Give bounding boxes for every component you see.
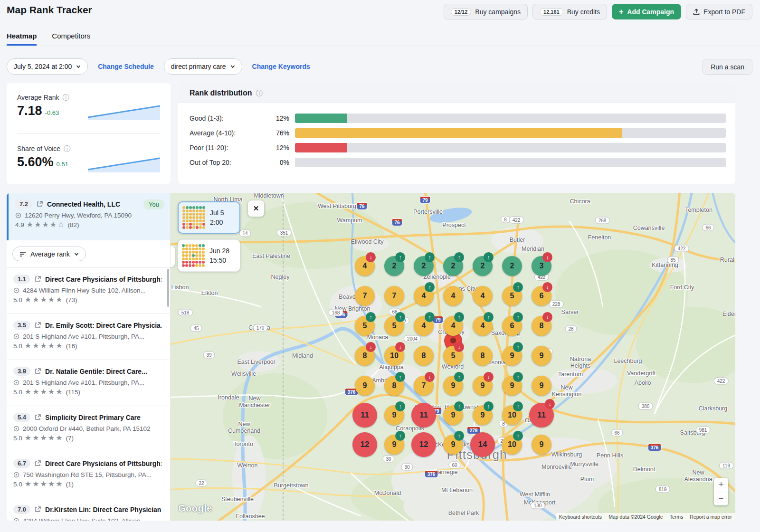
tab-heatmap[interactable]: Heatmap [7,32,37,46]
rank-bubble[interactable]: 6↓ [532,286,551,306]
rank-bubble[interactable]: 7↓ [414,376,434,396]
heat-dot [182,223,185,226]
list-item[interactable]: 5.4Simplicity Direct Primary Care2000 Ox… [7,406,170,452]
attribution-item[interactable]: Terms [666,513,687,521]
rank-up-badge: ↑ [395,401,405,411]
rank-bubble[interactable]: 2↑ [473,256,493,276]
rank-bubble[interactable]: 9↓ [473,376,493,396]
list-scrollbar[interactable] [167,269,169,307]
rank-bubble[interactable]: 6↑ [502,316,522,336]
rank-bubble[interactable]: 11 [411,403,436,428]
sort-dropdown[interactable]: Average rank [12,247,86,261]
rank-bubble[interactable]: 10↑ [502,435,522,455]
rank-bubble[interactable]: 4 [473,286,493,306]
run-scan-button[interactable]: Run a scan [703,59,752,75]
map[interactable]: North LimaMiddletownWest PittsburghPorte… [171,193,735,521]
rank-bubble[interactable]: 12 [411,432,436,457]
rank-bubble[interactable]: 8 [473,346,493,366]
rank-bubble[interactable]: 9 [355,376,375,396]
list-item[interactable]: 6.7Direct Care Physicians of Pittsburgh:… [7,452,170,498]
attribution-item[interactable]: Map data ©2024 Google [605,513,666,521]
business-name: Direct Care Physicians of Pittsburgh:... [45,460,162,467]
external-link-icon[interactable] [34,506,41,513]
info-icon[interactable]: ⓘ [256,90,263,96]
list-item[interactable]: 7.0Dr.Kirsten Lin: Direct Care Physician… [7,498,170,521]
keyword-dropdown[interactable]: direct primary care [164,58,242,75]
buy-credits-button[interactable]: 12,161 Buy credits [532,4,607,19]
rank-bubble[interactable]: 8 [414,346,434,366]
rank-bubble[interactable]: 5↑ [502,286,522,306]
rank-bubble[interactable]: 2 [502,256,522,276]
rank-bubble[interactable]: 9↑ [443,435,463,455]
rank-bubble[interactable]: 4↑ [414,286,434,306]
rank-bubble[interactable]: 2↑ [443,256,463,276]
attribution-item[interactable]: Keyboard shortcuts [556,513,605,521]
rank-bubble[interactable]: 4↑ [473,316,493,336]
list-item[interactable]: 1.1Direct Care Physicians of Pittsburgh:… [7,268,170,314]
rank-bubble[interactable]: 9↑ [384,405,404,425]
your-business-card[interactable]: 7.2 Connected Health, LLC You 12620 Perr… [7,193,170,240]
attribution-item[interactable]: Report a map error [686,513,735,521]
rank-bubble[interactable]: 9↑ [443,376,463,396]
external-link-icon[interactable] [34,460,41,467]
rank-bubble[interactable]: 9 [532,435,551,455]
rank-range-label: Good (1-3): [190,114,266,122]
scan-card-jun-28[interactable]: Jun 2815:50 [178,239,240,272]
page-title: Map Rank Tracker [7,4,92,16]
rank-bubble[interactable]: 5↓ [443,346,463,366]
export-pdf-button[interactable]: Export to PDF [686,4,752,19]
rank-bubble[interactable]: 3↓ [532,256,551,276]
rank-bubble[interactable]: 4↑ [443,316,463,336]
panel-collapse-handle[interactable] [171,246,175,267]
rank-bubble[interactable]: 7 [355,286,375,306]
external-link-icon[interactable] [34,414,41,421]
schedule-dropdown[interactable]: July 5, 2024 at 2:00 [7,58,88,75]
add-campaign-button[interactable]: + Add Campaign [612,4,681,19]
rank-bubble[interactable]: 9 [532,376,551,396]
rank-bubble[interactable]: 10↓ [384,346,404,366]
rank-bubble[interactable]: 9 [532,346,551,366]
rank-bubble[interactable]: 9↑ [443,405,463,425]
rank-bubble[interactable]: 11↓ [529,403,554,428]
change-schedule-link[interactable]: Change Schedule [98,63,153,70]
external-link-icon[interactable] [34,368,41,375]
tab-competitors[interactable]: Competitors [52,32,90,46]
rank-bubble[interactable]: 9↑ [473,405,493,425]
rank-bubble[interactable]: 7 [384,286,404,306]
external-link-icon[interactable] [36,200,43,208]
list-item[interactable]: 3.5Dr. Emily Scott: Direct Care Physicia… [7,314,170,360]
zoom-in-button[interactable]: + [714,478,728,492]
external-link-icon[interactable] [34,276,41,283]
route-shield: 422 [509,217,524,224]
rank-bubble[interactable]: 8↓ [532,316,551,336]
zoom-out-button[interactable]: − [714,492,728,506]
rank-bubble[interactable]: 9↑ [384,435,404,455]
rank-bubble[interactable]: 11 [352,403,377,428]
rank-bubble[interactable]: 4 [443,286,463,306]
info-icon[interactable]: ⓘ [62,94,69,101]
rank-bubble[interactable]: 4↑ [414,316,434,336]
change-keywords-link[interactable]: Change Keywords [252,63,310,70]
rank-bubble[interactable]: 14 [470,432,495,457]
heat-dot [196,213,199,216]
rank-bubble[interactable]: 12 [352,432,377,457]
rank-bubble[interactable]: 2↑ [384,256,404,276]
list-item[interactable]: 3.9Dr. Natalie Gentile: Direct Care...20… [7,360,170,406]
buy-campaigns-button[interactable]: 12/12 Buy campaigns [444,4,528,19]
rank-bubble[interactable]: 10↑ [502,405,522,425]
heat-dot [202,247,205,250]
rank-bubble[interactable]: 5↑ [355,316,375,336]
info-icon[interactable]: ⓘ [64,145,70,152]
rank-bubble[interactable]: 2↑ [414,256,434,276]
rank-bubble[interactable]: 9↑ [502,346,522,366]
external-link-icon[interactable] [34,322,41,329]
rank-bubble[interactable]: 4↓ [355,256,375,276]
heat-dot [182,254,185,257]
rank-bubble[interactable]: 9↑ [502,376,522,396]
rank-bubble[interactable]: 8↓ [355,346,375,366]
rank-bubble[interactable]: 5↑ [384,316,404,336]
rank-bubble[interactable]: 8↑ [384,376,404,396]
map-label: New Alexandria [684,469,712,483]
close-icon[interactable]: ✕ [248,200,264,217]
scan-card-jul-5[interactable]: Jul 52:00 [178,201,240,234]
